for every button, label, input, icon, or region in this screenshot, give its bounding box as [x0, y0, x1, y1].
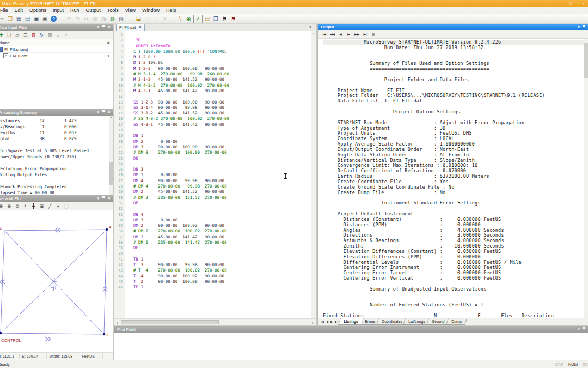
summary-scrollbar[interactable]: ▲	[109, 116, 113, 195]
station-node[interactable]	[103, 333, 105, 335]
go-prev-button[interactable]: ◀	[337, 31, 344, 37]
tab-list-dropdown-icon[interactable]: ▼	[309, 26, 312, 29]
panel-menu-icon[interactable]: ▾	[97, 196, 100, 201]
data-file-row[interactable]: ✓ FI-FII.dat 1	[0, 52, 113, 59]
editor-tabbar: FI-FII.dat ✕ ▼	[114, 24, 316, 31]
tab-close-icon[interactable]: ✕	[138, 25, 142, 29]
output-vertical-scrollbar[interactable]	[584, 39, 588, 318]
pin-icon[interactable]	[583, 25, 585, 29]
menu-item-options[interactable]: Options	[26, 8, 50, 13]
run-blunder-detect-button[interactable]: ▤	[203, 15, 211, 23]
pin-icon[interactable]	[102, 196, 105, 201]
menu-item-help[interactable]: Help	[163, 8, 180, 13]
file-checkbox[interactable]: ✓	[3, 53, 8, 58]
panel-menu-icon[interactable]: ▾	[578, 327, 580, 331]
view-errors-button[interactable]: ⚑	[220, 15, 229, 23]
copy-output-button[interactable]: ▥	[370, 31, 377, 37]
save-all-button[interactable]: ▤	[23, 15, 32, 23]
scrollbar-thumb[interactable]	[584, 43, 588, 78]
tabs-prev-button[interactable]: ◀	[325, 318, 329, 323]
delete-data-file-button[interactable]: ⊠	[30, 32, 37, 38]
pin-icon[interactable]	[102, 110, 105, 114]
view-network-button[interactable]: ⚑	[229, 15, 237, 23]
menu-item-window[interactable]: Window	[139, 8, 163, 13]
panel-menu-icon[interactable]: ▾	[97, 110, 100, 114]
tab-dump[interactable]: Dump	[446, 318, 467, 325]
column-header-count[interactable]: #	[103, 39, 113, 46]
open-file-button[interactable]: ❐	[6, 15, 14, 23]
network-plot-canvas[interactable]: 2413CONTROL	[0, 210, 113, 353]
close-button[interactable]: ×	[577, 0, 588, 7]
maximize-button[interactable]: □	[564, 0, 577, 7]
minimize-button[interactable]: –	[551, 0, 564, 7]
run-adjustment-button[interactable]: ϟ	[176, 15, 184, 23]
scroll-up-icon[interactable]: ▲	[109, 116, 113, 119]
go-prev-page-button[interactable]: ◀◀	[329, 31, 336, 37]
editor-line: DM 2 0-00-00	[133, 139, 311, 144]
output-listing-text[interactable]: MicroSurvey STAR*NET-ULTIMATE Version 9,…	[318, 39, 584, 318]
column-header-name[interactable]: Name	[0, 40, 103, 45]
scrollbar-thumb[interactable]	[109, 162, 113, 185]
menu-item-file[interactable]: File	[0, 8, 11, 13]
print-preview-button[interactable]: ◉	[41, 15, 49, 23]
project-row[interactable]: FI-FII.snproj	[0, 46, 113, 52]
close-icon[interactable]: ✕	[107, 25, 111, 29]
station-node[interactable]	[106, 228, 108, 231]
editor-horizontal-scrollbar[interactable]: ◂ ▸	[114, 318, 316, 325]
add-data-file-button[interactable]: ✚	[0, 32, 4, 38]
save-file-button[interactable]: ▦	[15, 15, 23, 23]
scroll-right-icon[interactable]: ▸	[310, 319, 316, 325]
new-data-file-button[interactable]: ▱	[14, 32, 21, 38]
summary-line: Distances 12 1.473	[0, 118, 109, 124]
editor-vertical-scrollbar[interactable]: ▴	[311, 31, 316, 319]
code-area[interactable]: .3D.ORDER AtFromToC 1 1000.00 1000.00 10…	[125, 31, 311, 319]
new-file-button[interactable]: ▱	[0, 15, 5, 23]
go-last-button[interactable]: ▶|	[362, 31, 369, 37]
pan-button[interactable]: +	[22, 203, 29, 209]
zoom-out-button[interactable]: ⊖	[5, 203, 13, 209]
scrollbar-thumb[interactable]	[121, 320, 219, 324]
zoom-extents-button[interactable]: ╋	[30, 203, 37, 209]
find-in-files-button[interactable]: ◎	[117, 15, 125, 23]
panel-menu-icon[interactable]: ▾	[578, 25, 580, 29]
go-next-page-button[interactable]: ▶▶	[353, 31, 360, 37]
menu-item-tools[interactable]: Tools	[104, 8, 122, 13]
run-preprocess-button[interactable]: ◉	[185, 15, 193, 23]
editor-tab[interactable]: FI-FII.dat ✕	[116, 24, 145, 31]
menu-item-input[interactable]: Input	[50, 8, 67, 13]
scroll-left-icon[interactable]: ◂	[114, 319, 120, 325]
line-number: 8	[114, 71, 123, 77]
window-select-button[interactable]: ▣	[38, 203, 45, 209]
zoom-window-button[interactable]: ⊘	[14, 203, 21, 209]
data-tools-button[interactable]: ⬓	[134, 15, 143, 23]
tab-listings[interactable]: Listings	[338, 318, 364, 325]
edit-data-file-button[interactable]: ▥	[46, 32, 53, 38]
remove-data-file-button[interactable]: ⊟	[22, 32, 29, 38]
panel-menu-icon[interactable]: ▾	[97, 25, 100, 29]
menu-item-edit[interactable]: Edit	[11, 8, 27, 13]
zoom-in-button[interactable]: ⊕	[0, 203, 4, 209]
pin-icon[interactable]	[102, 25, 105, 29]
menu-item-run[interactable]: Run	[67, 8, 83, 13]
plot-options-button[interactable]: ∗	[54, 203, 62, 209]
run-data-check-button[interactable]: ✓	[193, 15, 203, 23]
reload-data-file-button[interactable]: ↻	[38, 32, 45, 38]
close-icon[interactable]: ✕	[107, 110, 111, 114]
editor-line	[133, 251, 311, 257]
help-button[interactable]: ?	[51, 16, 57, 22]
menu-item-output[interactable]: Output	[83, 8, 104, 13]
go-first-button[interactable]: |◀	[321, 31, 328, 37]
print-button[interactable]: ▣	[32, 15, 40, 23]
close-icon[interactable]: ✕	[107, 196, 111, 201]
pin-icon[interactable]	[583, 327, 585, 331]
menu-item-view[interactable]: View	[122, 8, 139, 13]
measure-tool-button[interactable]: ╱	[46, 203, 53, 209]
import-data-button[interactable]: →	[126, 15, 134, 23]
view-listing-button[interactable]: ❒	[212, 15, 220, 23]
tabs-next-button[interactable]: ▶	[329, 318, 334, 323]
output-titlebar: Output ▾	[318, 24, 588, 30]
tabs-first-button[interactable]: |◀	[320, 318, 325, 323]
open-data-file-button[interactable]: ❐	[5, 32, 13, 38]
instrument-library-button[interactable]: ◍	[108, 15, 117, 23]
go-next-button[interactable]: ▶	[345, 31, 352, 37]
